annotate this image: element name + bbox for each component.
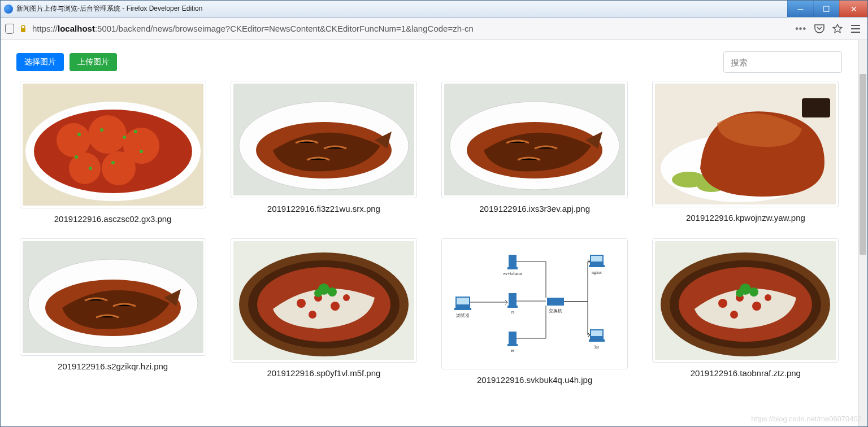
- svg-rect-57: [547, 298, 564, 306]
- url-display[interactable]: https://localhost:5001/backend/news/brow…: [32, 24, 789, 33]
- image-filename: 2019122916.kpwojnzw.yaw.png: [649, 213, 842, 223]
- svg-rect-45: [457, 298, 469, 304]
- svg-rect-51: [509, 293, 517, 306]
- svg-rect-54: [509, 332, 517, 344]
- scrollbar-thumb[interactable]: [860, 74, 866, 255]
- address-actions: •••: [795, 24, 863, 34]
- svg-point-4: [57, 123, 90, 157]
- svg-point-41: [328, 287, 337, 297]
- svg-point-13: [111, 161, 115, 164]
- tracking-shield-icon[interactable]: [5, 24, 14, 34]
- svg-point-75: [730, 311, 738, 319]
- svg-text:交换机: 交换机: [549, 308, 562, 313]
- bookmark-star-icon[interactable]: [832, 24, 843, 34]
- svg-point-12: [140, 150, 143, 153]
- image-thumbnail[interactable]: 浏览器 es+kibana es es 交换机 nginx lat: [441, 238, 628, 369]
- image-filename: 2019122916.sp0yf1vl.m5f.png: [227, 368, 420, 378]
- image-filename: 2019122916.fi3z21wu.srx.png: [227, 204, 420, 213]
- svg-point-42: [314, 289, 322, 297]
- window-buttons: ─ ☐ ✕: [787, 1, 867, 17]
- svg-point-78: [736, 289, 744, 297]
- svg-point-77: [749, 287, 758, 297]
- image-thumbnail[interactable]: [652, 238, 839, 363]
- image-thumbnail[interactable]: [652, 81, 839, 207]
- page-actions-icon[interactable]: •••: [795, 24, 806, 34]
- image-thumbnail[interactable]: [441, 81, 628, 198]
- image-cell: 浏览器 es+kibana es es 交换机 nginx lat 201912…: [439, 238, 631, 385]
- watermark-text: https://blog.csdn.net/me06070402: [751, 415, 862, 423]
- svg-point-14: [89, 167, 92, 170]
- window-maximize-button[interactable]: ☐: [813, 1, 839, 17]
- svg-point-37: [331, 302, 340, 311]
- svg-point-16: [134, 130, 137, 133]
- firefox-icon: [4, 5, 13, 14]
- url-rest: :5001/backend/news/browseimage?CKEditor=…: [95, 24, 474, 33]
- search-input[interactable]: [723, 51, 842, 73]
- svg-rect-65: [589, 339, 605, 342]
- image-thumbnail[interactable]: [20, 81, 206, 208]
- svg-point-39: [309, 311, 316, 319]
- image-cell: 2019122916.asczsc02.gx3.png: [16, 81, 209, 224]
- image-filename: 2019122916.ixs3r3ev.apj.png: [439, 204, 631, 213]
- svg-rect-52: [507, 306, 518, 308]
- window-titlebar: 新闻图片上传与浏览-后台管理系统 - Firefox Developer Edi…: [1, 1, 867, 18]
- svg-point-15: [75, 155, 78, 159]
- window-close-button[interactable]: ✕: [839, 1, 867, 17]
- svg-rect-61: [589, 265, 605, 267]
- image-filename: 2019122916.svkbuk4q.u4h.jpg: [439, 375, 631, 385]
- image-cell: 2019122916.ixs3r3ev.apj.png: [439, 81, 631, 224]
- image-thumbnail[interactable]: [20, 238, 206, 356]
- svg-rect-0: [21, 28, 25, 32]
- image-filename: 2019122916.taobnraf.ztz.png: [649, 368, 842, 378]
- svg-point-7: [102, 151, 136, 185]
- svg-point-74: [765, 294, 771, 301]
- svg-text:es: es: [511, 348, 515, 353]
- image-cell: 2019122916.kpwojnzw.yaw.png: [649, 81, 842, 224]
- image-cell: 2019122916.sp0yf1vl.m5f.png: [227, 238, 420, 385]
- svg-text:es: es: [511, 310, 515, 315]
- svg-point-11: [123, 136, 126, 139]
- window-title: 新闻图片上传与浏览-后台管理系统 - Firefox Developer Edi…: [16, 4, 787, 14]
- svg-text:nginx: nginx: [592, 270, 602, 275]
- svg-rect-46: [454, 308, 471, 310]
- address-bar: https://localhost:5001/backend/news/brow…: [1, 18, 867, 40]
- svg-text:es+kibana: es+kibana: [504, 271, 522, 276]
- svg-text:lat: lat: [594, 345, 600, 350]
- svg-point-10: [100, 128, 103, 132]
- lock-warning-icon[interactable]: [20, 25, 27, 33]
- svg-rect-55: [507, 344, 518, 346]
- svg-rect-64: [591, 330, 602, 336]
- upload-image-button[interactable]: 上传图片: [70, 53, 117, 71]
- svg-rect-49: [507, 267, 518, 269]
- svg-point-73: [752, 302, 761, 311]
- image-thumbnail[interactable]: [231, 238, 417, 363]
- image-cell: 2019122916.s2gzikqr.hzi.png: [16, 238, 209, 385]
- image-thumbnail[interactable]: [231, 81, 417, 198]
- image-cell: 2019122916.fi3z21wu.srx.png: [227, 81, 420, 224]
- svg-point-8: [69, 152, 101, 184]
- svg-point-5: [88, 115, 127, 154]
- image-filename: 2019122916.s2gzikqr.hzi.png: [16, 361, 209, 371]
- url-scheme: https://: [32, 24, 58, 33]
- image-filename: 2019122916.asczsc02.gx3.png: [16, 214, 209, 224]
- image-gallery: 2019122916.asczsc02.gx3.png2019122916.fi…: [12, 81, 847, 396]
- svg-point-9: [77, 133, 81, 136]
- svg-rect-48: [509, 255, 517, 267]
- menu-icon[interactable]: [850, 25, 861, 33]
- svg-point-38: [343, 294, 350, 301]
- vertical-scrollbar[interactable]: [858, 40, 867, 426]
- pocket-icon[interactable]: [814, 24, 824, 33]
- image-cell: 2019122916.taobnraf.ztz.png: [649, 238, 842, 385]
- url-host: localhost: [58, 24, 95, 33]
- svg-point-35: [297, 299, 306, 308]
- window-minimize-button[interactable]: ─: [787, 1, 813, 17]
- page-viewport: 选择图片 上传图片 2019122916.asczsc02.gx3.png201…: [1, 40, 867, 426]
- page-content: 选择图片 上传图片 2019122916.asczsc02.gx3.png201…: [12, 40, 847, 426]
- svg-rect-60: [591, 256, 602, 262]
- svg-text:浏览器: 浏览器: [456, 313, 470, 318]
- page-toolbar: 选择图片 上传图片: [12, 40, 847, 81]
- browser-window: 新闻图片上传与浏览-后台管理系统 - Firefox Developer Edi…: [0, 0, 868, 427]
- select-image-button[interactable]: 选择图片: [16, 53, 64, 71]
- svg-point-71: [718, 299, 727, 308]
- svg-rect-27: [802, 98, 830, 117]
